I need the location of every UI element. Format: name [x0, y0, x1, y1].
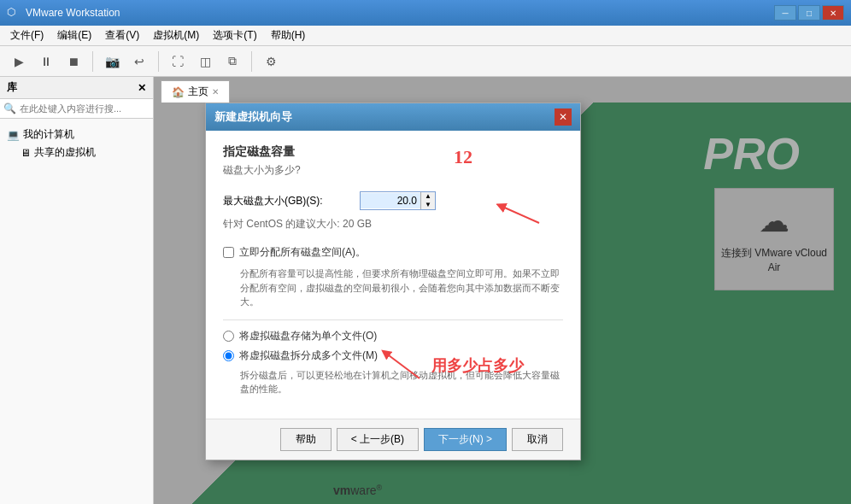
app-title: VMware Workstation: [26, 7, 774, 19]
menu-vm[interactable]: 虚拟机(M): [146, 26, 206, 45]
menu-view[interactable]: 查看(V): [98, 26, 146, 45]
sidebar-item-shared-vms[interactable]: 🖥 共享的虚拟机: [17, 144, 150, 161]
maximize-button[interactable]: □: [798, 5, 820, 21]
allocate-label[interactable]: 立即分配所有磁盘空间(A)。: [239, 245, 366, 260]
sidebar-tree: 💻 我的计算机 🖥 共享的虚拟机: [0, 119, 153, 168]
dialog-close-button[interactable]: ✕: [555, 108, 572, 126]
sidebar-search-container: 🔍: [0, 99, 153, 119]
sidebar-title: 库: [7, 80, 17, 95]
pause-button[interactable]: ⏸: [34, 50, 58, 73]
play-button[interactable]: ▶: [7, 50, 31, 73]
multi-file-desc: 拆分磁盘后，可以更轻松地在计算机之间移动虚拟机，但可能会降低大容量磁盘的性能。: [240, 368, 563, 396]
single-file-label[interactable]: 将虚拟磁盘存储为单个文件(O): [239, 329, 377, 343]
radio2-row: 将虚拟磁盘拆分成多个文件(M): [223, 349, 563, 363]
spin-buttons: ▲ ▼: [420, 192, 435, 209]
disk-size-input[interactable]: [361, 193, 420, 208]
unity-button[interactable]: ◫: [193, 50, 217, 73]
vmware-logo-vm: vm: [333, 483, 350, 497]
new-vm-wizard-dialog: 新建虚拟机向导 ✕ 指定磁盘容量 磁盘大小为多少? 12 最大磁盘大小(GB)(…: [205, 103, 581, 460]
section-title: 指定磁盘容量: [223, 144, 563, 160]
shared-icon: 🖥: [21, 147, 31, 159]
toolbar: ▶ ⏸ ⏹ 📷 ↩ ⛶ ◫ ⧉ ⚙: [0, 46, 851, 77]
toolbar-separator: [92, 51, 93, 72]
dialog-content: 指定磁盘容量 磁盘大小为多少? 12 最大磁盘大小(GB)(S): ▲ ▼: [206, 131, 580, 419]
sidebar-close-icon[interactable]: ✕: [138, 82, 146, 94]
stop-button[interactable]: ⏹: [62, 50, 85, 73]
stretch-button[interactable]: ⧉: [220, 50, 244, 73]
multi-file-radio[interactable]: [223, 350, 234, 361]
minimize-button[interactable]: ─: [774, 5, 796, 21]
tab-home-label: 主页: [188, 85, 208, 99]
toolbar-separator-3: [251, 51, 252, 72]
tab-close-icon[interactable]: ✕: [212, 87, 219, 97]
sidebar: 库 ✕ 🔍 💻 我的计算机 🖥 共享的虚拟机: [0, 77, 154, 504]
revert-button[interactable]: ↩: [127, 50, 151, 73]
sidebar-item-my-computer[interactable]: 💻 我的计算机: [3, 126, 150, 144]
titlebar: ⬡ VMware Workstation ─ □ ✕: [0, 0, 851, 26]
close-button[interactable]: ✕: [822, 5, 844, 21]
toolbar-separator-2: [158, 51, 159, 72]
menu-tabs[interactable]: 选项卡(T): [206, 26, 263, 45]
allocate-checkbox[interactable]: [223, 247, 234, 258]
disk-size-input-group: ▲ ▼: [360, 191, 436, 210]
computer-icon: 💻: [7, 129, 20, 141]
next-button[interactable]: 下一步(N) >: [424, 428, 507, 451]
section-subtitle: 磁盘大小为多少?: [223, 163, 563, 178]
dialog-titlebar: 新建虚拟机向导 ✕: [206, 103, 580, 131]
recommend-text: 针对 CentOS 的建议大小: 20 GB: [223, 217, 563, 231]
cancel-button[interactable]: 取消: [512, 428, 563, 451]
sidebar-header: 库 ✕: [0, 77, 153, 99]
vmware-footer: vmware®: [333, 483, 382, 497]
allocate-checkbox-row: 立即分配所有磁盘空间(A)。: [223, 245, 563, 260]
allocate-desc: 分配所有容量可以提高性能，但要求所有物理磁盘空间立即可用。如果不立即分配所有空间…: [240, 267, 563, 309]
snapshot-button[interactable]: 📷: [100, 50, 124, 73]
multi-file-label[interactable]: 将虚拟磁盘拆分成多个文件(M): [239, 349, 378, 363]
home-icon: 🏠: [172, 86, 185, 98]
divider: [223, 319, 563, 320]
main-layout: 库 ✕ 🔍 💻 我的计算机 🖥 共享的虚拟机 🏠 主页 ✕: [0, 77, 851, 504]
spin-up-button[interactable]: ▲: [421, 192, 435, 201]
menu-edit[interactable]: 编辑(E): [50, 26, 98, 45]
disk-size-label: 最大磁盘大小(GB)(S):: [223, 194, 360, 208]
single-file-radio[interactable]: [223, 331, 234, 342]
disk-size-row: 最大磁盘大小(GB)(S): ▲ ▼: [223, 191, 563, 210]
window-controls: ─ □ ✕: [774, 5, 844, 21]
sidebar-item-label: 我的计算机: [23, 127, 74, 142]
search-icon: 🔍: [3, 103, 16, 114]
vmware-logo-ware: ware: [350, 483, 376, 497]
back-button[interactable]: < 上一步(B): [337, 428, 419, 451]
app-icon: ⬡: [7, 6, 21, 20]
content-area: 🏠 主页 ✕ PRO ☁ 连接到 VMware vCloud Air 新建虚拟机…: [154, 77, 851, 504]
menu-file[interactable]: 文件(F): [3, 26, 50, 45]
menubar: 文件(F) 编辑(E) 查看(V) 虚拟机(M) 选项卡(T) 帮助(H): [0, 26, 851, 46]
spin-down-button[interactable]: ▼: [421, 201, 435, 209]
help-button[interactable]: 帮助: [280, 428, 332, 451]
menu-help[interactable]: 帮助(H): [264, 26, 313, 45]
vmware-logo-trademark: ®: [377, 483, 383, 492]
dialog-title: 新建虚拟机向导: [214, 109, 292, 125]
fullscreen-button[interactable]: ⛶: [166, 50, 190, 73]
dialog-footer: 帮助 < 上一步(B) 下一步(N) > 取消: [206, 419, 580, 460]
sidebar-item-label: 共享的虚拟机: [34, 145, 96, 160]
search-input[interactable]: [20, 103, 150, 114]
tab-home[interactable]: 🏠 主页 ✕: [161, 80, 230, 103]
prefs-button[interactable]: ⚙: [259, 50, 283, 73]
radio1-row: 将虚拟磁盘存储为单个文件(O): [223, 329, 563, 343]
